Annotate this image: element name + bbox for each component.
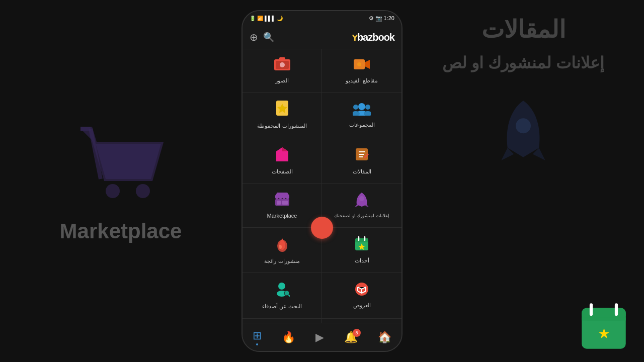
menu-item-pages[interactable]: الصفحات <box>243 138 322 183</box>
svg-marker-16 <box>365 60 370 69</box>
articles-icon <box>354 146 370 165</box>
back-button[interactable]: ⊕ <box>250 31 258 43</box>
svg-rect-14 <box>279 57 285 60</box>
offers-icon <box>354 282 370 299</box>
battery-icon: 🔋 <box>250 16 256 21</box>
app-header: ⊕ 🔍 ʏbazbook <box>243 25 401 49</box>
svg-line-48 <box>289 295 290 297</box>
photos-icon <box>274 57 290 74</box>
svg-rect-7 <box>582 317 626 320</box>
svg-rect-35 <box>282 201 288 205</box>
bg-marketplace-text: Marketplace <box>60 219 182 243</box>
menu-item-saved[interactable]: المنشورات المحفوظة <box>243 93 322 137</box>
trending-label: منشورات رائجة <box>264 257 299 264</box>
svg-rect-34 <box>277 201 281 205</box>
events-icon <box>354 236 369 254</box>
background-right: المقالات إعلانات لمنشورك او لص ★ <box>403 0 644 362</box>
bg-cart-icon <box>70 119 171 209</box>
video-nav-icon: ▶ <box>315 331 324 344</box>
events-label: أحداث <box>355 257 369 264</box>
articles-label: المقالات <box>353 168 371 175</box>
app-logo: ʏbazbook <box>352 31 394 43</box>
grid-row-1: الصور مقاطع الفيديو <box>243 49 401 93</box>
grid-row-7: أفلام وظائف <box>243 319 401 323</box>
nav-grid[interactable]: ⊞ <box>249 327 266 347</box>
svg-point-22 <box>353 105 358 110</box>
saved-icon <box>275 101 289 119</box>
videos-label: مقاطع الفيديو <box>346 77 377 84</box>
svg-point-36 <box>359 196 364 201</box>
menu-item-offers[interactable]: العروض <box>322 273 401 318</box>
grid-row-6: البحث عن أصدقاء العروض <box>243 273 401 318</box>
groups-icon <box>353 102 371 118</box>
menu-item-trending[interactable]: منشورات رائجة <box>243 228 322 273</box>
moon-icon: 🌙 <box>277 16 283 21</box>
time-display: 1:20 <box>384 15 394 21</box>
menu-item-videos[interactable]: مقاطع الفيديو <box>322 49 401 92</box>
trending-icon <box>275 236 289 254</box>
find-friends-icon <box>275 281 290 300</box>
nav-notifications[interactable]: 🔔 8 <box>340 329 362 346</box>
menu-item-events[interactable]: أحداث <box>322 228 401 273</box>
marketplace-label: Marketplace <box>267 212 297 219</box>
svg-point-20 <box>358 103 365 110</box>
grid-row-5: منشورات رائجة أحداث <box>243 228 401 273</box>
bg-ads-text: إعلانات لمنشورك او لص <box>442 53 604 72</box>
groups-label: المجموعات <box>349 121 375 128</box>
ads-icon <box>355 192 369 210</box>
bg-calendar-icon: ★ <box>579 302 629 352</box>
home-nav-icon: 🏠 <box>378 331 391 344</box>
svg-text:★: ★ <box>598 326 610 341</box>
settings-icon: ⚙ <box>369 15 374 22</box>
menu-item-articles[interactable]: المقالات <box>322 138 401 183</box>
status-left: 🔋 📶 ▌▌▌ 🌙 <box>250 16 283 21</box>
videos-icon <box>354 57 370 74</box>
menu-item-marketplace[interactable]: Marketplace <box>243 184 322 227</box>
bg-articles-text: المقالات <box>481 15 566 43</box>
header-left-icons: ⊕ 🔍 <box>250 31 274 43</box>
menu-item-photos[interactable]: الصور <box>243 49 322 92</box>
wifi-icon: 📶 <box>257 16 263 21</box>
nav-active-dot <box>256 343 258 345</box>
svg-point-13 <box>280 62 285 67</box>
photos-label: الصور <box>275 77 289 84</box>
menu-item-jobs[interactable]: وظائف <box>322 319 401 323</box>
pages-label: الصفحات <box>272 168 293 175</box>
menu-item-groups[interactable]: المجموعات <box>322 93 401 137</box>
menu-item-find-friends[interactable]: البحث عن أصدقاء <box>243 273 322 318</box>
menu-item-movies[interactable]: أفلام <box>243 319 322 323</box>
background-left: Marketplace <box>0 0 242 362</box>
grid-row-2: المنشورات المحفوظة المجموعات <box>243 93 401 138</box>
svg-point-38 <box>279 245 282 249</box>
svg-marker-27 <box>282 147 288 151</box>
svg-point-0 <box>106 184 120 198</box>
grid-nav-icon: ⊞ <box>253 329 262 342</box>
phone-container: 🔋 📶 ▌▌▌ 🌙 ⚙ 📷 1:20 ⊕ 🔍 ʏbazbook <box>242 10 403 352</box>
status-bar: 🔋 📶 ▌▌▌ 🌙 ⚙ 📷 1:20 <box>243 11 401 25</box>
nav-home[interactable]: 🏠 <box>374 329 395 346</box>
grid-row-3: الصفحات المقالات <box>243 138 401 184</box>
bottom-navigation: ⊞ 🔥 ▶ 🔔 8 🏠 <box>243 323 401 351</box>
svg-point-45 <box>278 283 285 290</box>
svg-rect-41 <box>355 241 368 242</box>
nav-trending[interactable]: 🔥 <box>278 329 299 346</box>
bg-rocket-icon <box>493 98 553 173</box>
svg-point-24 <box>365 105 370 110</box>
fab-button[interactable] <box>311 217 333 239</box>
svg-point-17 <box>357 62 361 66</box>
menu-grid: الصور مقاطع الفيديو المنشورات المحفوظة <box>243 49 401 323</box>
ads-label: إعلانات لمنشورك او لصفحتك <box>334 213 389 219</box>
menu-item-ads[interactable]: إعلانات لمنشورك او لصفحتك <box>322 184 401 227</box>
camera-icon: 📷 <box>375 15 382 22</box>
status-right: ⚙ 📷 1:20 <box>369 15 394 22</box>
search-button[interactable]: 🔍 <box>263 32 274 43</box>
saved-label: المنشورات المحفوظة <box>257 122 306 129</box>
logo-y: ʏ <box>352 32 357 43</box>
pages-icon <box>275 146 289 165</box>
svg-point-1 <box>136 184 150 198</box>
nav-video[interactable]: ▶ <box>311 329 328 346</box>
notifications-badge: 8 <box>353 329 361 337</box>
svg-point-4 <box>516 118 531 133</box>
signal-icon: ▌▌▌ <box>265 16 275 21</box>
trending-nav-icon: 🔥 <box>282 331 295 344</box>
